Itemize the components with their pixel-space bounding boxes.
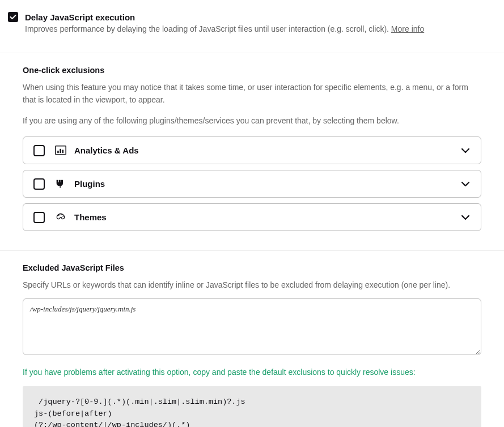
theme-icon	[55, 212, 66, 223]
accordion-label: Themes	[74, 211, 460, 223]
help-text: If you have problems after activating th…	[23, 366, 481, 378]
accordion-label: Analytics & Ads	[74, 144, 460, 156]
plugins-checkbox[interactable]	[33, 178, 45, 190]
plugin-icon	[55, 179, 66, 189]
svg-point-4	[58, 215, 60, 216]
svg-point-6	[62, 215, 63, 216]
svg-point-5	[61, 214, 62, 215]
delay-js-desc: Improves performance by delaying the loa…	[25, 23, 481, 36]
excluded-files-desc: Specify URLs or keywords that can identi…	[23, 279, 481, 292]
chevron-down-icon	[460, 212, 471, 223]
accordion-analytics[interactable]: Analytics & Ads	[23, 136, 481, 164]
exclusions-title: One-click exclusions	[23, 65, 481, 76]
svg-rect-1	[57, 151, 58, 153]
svg-rect-3	[62, 150, 63, 153]
delay-js-desc-text: Improves performance by delaying the loa…	[25, 24, 391, 33]
themes-checkbox[interactable]	[33, 212, 45, 223]
exclusions-para1: When using this feature you may notice t…	[23, 82, 481, 106]
analytics-checkbox[interactable]	[33, 145, 45, 156]
delay-js-checkbox[interactable]	[8, 12, 18, 22]
chevron-down-icon	[460, 146, 471, 156]
svg-rect-2	[60, 148, 61, 152]
delay-js-title: Delay JavaScript execution	[25, 11, 481, 23]
exclusions-para2: If you are using any of the following pl…	[23, 115, 481, 127]
accordion-themes[interactable]: Themes	[23, 203, 481, 231]
one-click-exclusions-section: One-click exclusions When using this fea…	[0, 53, 504, 251]
more-info-link[interactable]: More info	[391, 24, 424, 33]
check-icon	[10, 14, 16, 20]
default-exclusions-code: /jquery-?[0-9.](.*)(.min|.slim|.slim.min…	[23, 386, 481, 427]
accordion-plugins[interactable]: Plugins	[23, 170, 481, 198]
delay-js-section: Delay JavaScript execution Improves perf…	[0, 0, 504, 53]
excluded-files-title: Excluded JavaScript Files	[23, 262, 481, 274]
excluded-files-textarea[interactable]	[23, 298, 481, 355]
excluded-files-section: Excluded JavaScript Files Specify URLs o…	[0, 251, 504, 427]
chevron-down-icon	[460, 179, 471, 189]
analytics-icon	[55, 146, 66, 156]
accordion-label: Plugins	[74, 178, 460, 190]
